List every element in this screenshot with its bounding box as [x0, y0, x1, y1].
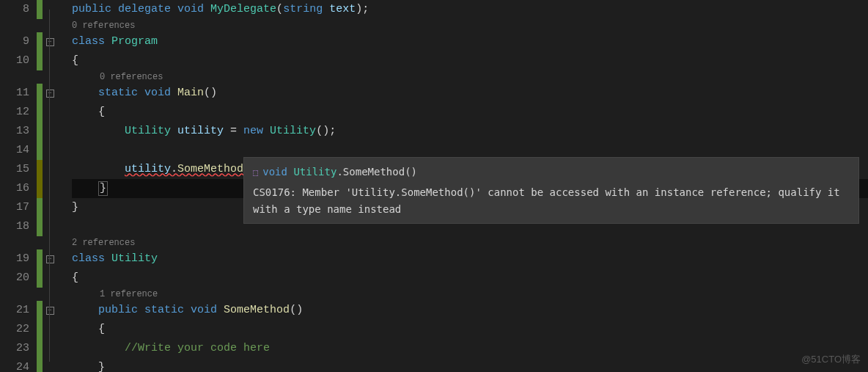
fold-toggle[interactable]: − [46, 90, 54, 98]
code-line: { [72, 51, 868, 70]
codelens[interactable]: 0 references [72, 19, 868, 32]
tooltip-signature: ⬚void Utility.SomeMethod() [253, 164, 850, 180]
line-number-gutter: 8 9 10 11 12 13 14 15 16 17 18 19 20 21 … [0, 0, 37, 372]
codelens[interactable]: 0 references [72, 70, 868, 84]
fold-toggle[interactable]: − [46, 255, 54, 263]
method-icon: ⬚ [253, 167, 258, 178]
code-line: public static void SomeMethod() [72, 301, 868, 320]
watermark: @51CTO博客 [801, 353, 861, 366]
code-editor[interactable]: 8 9 10 11 12 13 14 15 16 17 18 19 20 21 … [0, 0, 868, 372]
codelens[interactable]: 1 reference [72, 288, 868, 301]
code-line: { [72, 320, 868, 339]
tooltip-error-text: CS0176: Member 'Utility.SomeMethod()' ca… [253, 184, 850, 217]
code-line: class Program [72, 32, 868, 51]
fold-toggle[interactable]: − [46, 38, 54, 46]
fold-toggle[interactable]: − [46, 307, 54, 315]
change-marks [37, 0, 43, 372]
code-line: { [72, 103, 868, 122]
codelens[interactable]: 2 references [72, 236, 868, 249]
code-line: //Write your code here [72, 339, 868, 358]
code-line: class Utility [72, 249, 868, 269]
code-line: static void Main() [72, 84, 868, 103]
code-line: { [72, 269, 868, 288]
fold-gutter: − − − − [43, 0, 57, 372]
code-line: } [72, 358, 868, 372]
error-tooltip: ⬚void Utility.SomeMethod() CS0176: Membe… [243, 157, 859, 224]
code-line: public delegate void MyDelegate(string t… [72, 0, 868, 19]
code-line: Utility utility = new Utility(); [72, 122, 868, 141]
